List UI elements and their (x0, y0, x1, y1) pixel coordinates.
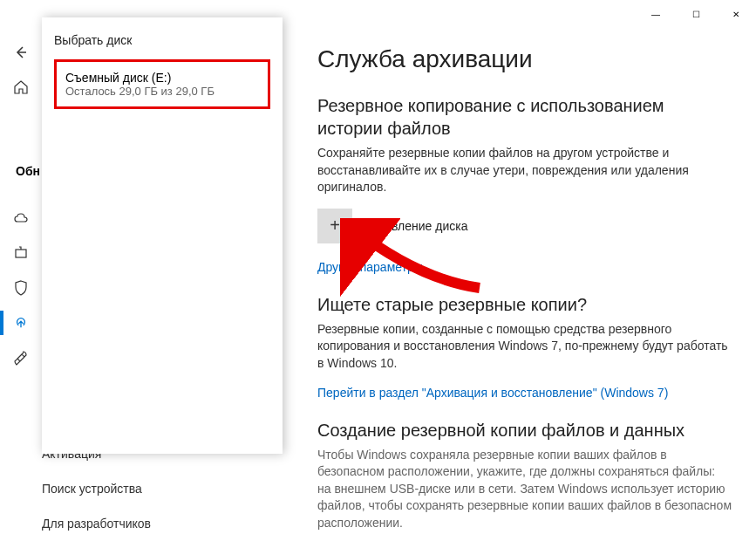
drive-free-space: Осталось 29,0 ГБ из 29,0 ГБ (65, 85, 259, 98)
svg-rect-0 (16, 250, 26, 257)
delivery-icon[interactable] (0, 236, 42, 270)
drive-name: Съемный диск (E:) (65, 71, 259, 85)
shield-icon[interactable] (0, 270, 42, 305)
minimize-button[interactable]: — (636, 0, 676, 28)
maximize-button[interactable]: ☐ (676, 0, 716, 28)
flyout-title: Выбрать диск (54, 33, 270, 47)
sidebar-section-heading: Обн (0, 164, 42, 178)
sync-icon[interactable] (0, 305, 42, 340)
home-icon[interactable] (0, 70, 42, 105)
page-title: Служба архивации (317, 45, 732, 73)
section-create-backup-desc: Чтобы Windows сохраняла резервные копии … (317, 447, 732, 532)
sidebar-item-find-device[interactable]: Поиск устройства (0, 471, 279, 506)
section-file-history-title: Резервное копирование с использованием и… (317, 94, 732, 140)
troubleshoot-icon[interactable] (0, 340, 42, 375)
main-content: Служба архивации Резервное копирование с… (296, 28, 756, 541)
section-old-backups-title: Ищете старые резервные копии? (317, 293, 732, 316)
section-old-backups-desc: Резервные копии, созданные с помощью сре… (317, 321, 732, 373)
sidebar-item-label: Поиск устройства (42, 482, 142, 496)
win7-backup-link[interactable]: Перейти в раздел "Архивация и восстановл… (317, 386, 668, 400)
section-create-backup-title: Создание резервной копии файлов и данных (317, 419, 732, 442)
sidebar-item-developers[interactable]: Для разработчиков (0, 506, 279, 541)
back-button[interactable] (0, 35, 42, 70)
select-drive-flyout: Выбрать диск Съемный диск (E:) Осталось … (42, 17, 283, 454)
more-options-link[interactable]: Другие параметры (317, 260, 423, 274)
close-button[interactable]: ✕ (716, 0, 756, 28)
cloud-icon[interactable] (0, 201, 42, 236)
sidebar-rail: На Обн (0, 28, 42, 541)
annotation-highlight: Съемный диск (E:) Осталось 29,0 ГБ из 29… (54, 59, 270, 109)
section-file-history-desc: Сохраняйте резервные копии файлов на дру… (317, 145, 732, 196)
sidebar-item-label: Для разработчиков (42, 517, 151, 531)
add-drive-button[interactable]: + (317, 209, 352, 243)
add-drive-label: Добавление диска (363, 219, 467, 233)
drive-item[interactable]: Съемный диск (E:) Осталось 29,0 ГБ из 29… (62, 65, 262, 103)
